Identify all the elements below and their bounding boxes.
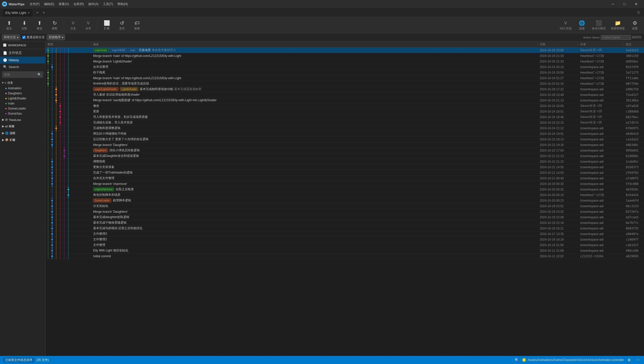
table-row[interactable]: Initial commit2024-10-11 10:02LZ12315 <1… xyxy=(46,253,644,259)
timeline-section-header[interactable]: ▶ ⏱ TimeLine xyxy=(0,117,45,122)
sort-select[interactable]: 层级顺序 ▾ xyxy=(47,34,65,40)
table-row[interactable]: Merge branch 'sau地图搭建' of https://github… xyxy=(46,98,644,103)
fetch-button[interactable]: ↻ 获取 xyxy=(48,18,62,32)
branch-sceneloader[interactable]: ● SceneLoader xyxy=(0,106,45,111)
commit-description: Merge branch 'charmove' xyxy=(93,182,127,186)
sidebar-search-input[interactable] xyxy=(4,73,37,76)
commit-button[interactable]: ⬆ 提交 xyxy=(2,18,16,32)
remote-button[interactable]: 🌐 远端 xyxy=(575,18,589,32)
desc-cell: 分支初始化 xyxy=(91,204,538,208)
author-cell: Sauuu\长安 <25 xyxy=(578,48,624,52)
table-row[interactable]: 导入素材 尝试应用低饱和度shader2024-10-28 15:49lzswo… xyxy=(46,92,644,98)
tab-dropdown-button[interactable]: ▾ xyxy=(41,9,47,16)
table-row[interactable]: 基本完成子物体景随逻辑2024-10-19 22:19lzsworkspace-… xyxy=(46,220,644,226)
stash-button[interactable]: ⬜ 贮藏 xyxy=(100,18,114,32)
table-row[interactable]: Merge branch 'Daughters'2024-10-22 19:16… xyxy=(46,142,644,148)
git-flow-button[interactable]: ⑂ Git工作流 xyxy=(558,18,574,32)
branch-main[interactable]: ● main xyxy=(0,101,45,106)
sidebar-item-history[interactable]: 🕐 History xyxy=(0,57,45,63)
table-row[interactable]: 更新2024-10-24 18:51Sauuu\长安 <25c388d68 xyxy=(46,109,644,114)
table-row[interactable]: 调整拖尾2024-10-22 21:15lzsworkspace-adi2cde… xyxy=(46,159,644,164)
branch-filter-select[interactable]: 所有分支 ▾ xyxy=(2,34,20,40)
table-row[interactable]: Eily With Light 项目初始化2024-10-11 21:08lzs… xyxy=(46,248,644,253)
stash-section-header[interactable]: ▶ 📦 贮藏 xyxy=(0,137,45,143)
table-row[interactable]: 分支初始化2024-10-19 23:51lzsworkspace-adi66c… xyxy=(46,203,644,209)
active-tab[interactable]: Eily With Light ✕ xyxy=(2,9,33,17)
resources-button[interactable]: 📁 资源管理器 xyxy=(609,18,627,32)
table-row[interactable]: Daughters润化小球状态转换逻辑2024-10-22 17:04lzswo… xyxy=(46,148,644,153)
table-row[interactable]: Merge branch 'main' of https://github.co… xyxy=(46,75,644,81)
table-row[interactable]: 修改2024-10-24 20:00Sauuu\长安 <25c8fa828 xyxy=(46,103,644,109)
branch-button[interactable]: ⑂ 分支 xyxy=(66,18,80,32)
add-tab-button[interactable]: + xyxy=(34,9,41,16)
discard-button[interactable]: ↺ 丢弃 xyxy=(115,18,129,32)
menu-file[interactable]: 文件(F) xyxy=(28,2,41,7)
table-row[interactable]: Merge branch 'main' of https://github.co… xyxy=(46,53,644,59)
close-tab-icon[interactable]: ✕ xyxy=(28,11,30,14)
menu-edit[interactable]: 编辑(E) xyxy=(42,2,56,7)
svg-point-127 xyxy=(63,149,65,152)
terminal-button[interactable]: ⬛ 命令行模式 xyxy=(590,18,608,32)
table-row[interactable]: origin/Light&ShaderLight&Shader基本完成抱和度缩放… xyxy=(46,87,644,92)
hash-cell: b2d898c xyxy=(624,154,644,158)
desc-cell: 绑定好小球碰撞粒子特效 xyxy=(91,132,538,136)
author-filter-input[interactable] xyxy=(601,35,631,40)
commit-description: 基本完成子物体景随逻辑 xyxy=(93,221,127,225)
table-row[interactable]: 绑定好小球碰撞粒子特效2024-10-24 19:51lzsworkspace-… xyxy=(46,131,644,137)
remote-section-header[interactable]: ▶ 🌐 远程 xyxy=(0,130,45,136)
tags-button[interactable]: 🏷 标签 xyxy=(130,18,144,32)
table-row[interactable]: Merge branch 'Light&Shader'2024-10-24 21… xyxy=(46,59,644,64)
hamburger-button[interactable]: ☰ xyxy=(635,9,642,16)
branch-scenesau[interactable]: ● SceneSau xyxy=(0,111,45,116)
graph-cell xyxy=(46,198,91,203)
table-row[interactable]: origin/mainorigin/HEADmain完善场景 角色美术素材导入2… xyxy=(46,48,644,53)
table-row[interactable]: Merge branch 'charmove'2024-10-20 00:33l… xyxy=(46,181,644,187)
table-row[interactable]: 导入和更新美术资源，初步完成场景搭建2024-10-24 18:48Sauuu\… xyxy=(46,114,644,120)
table-row[interactable]: 合并后整理2024-10-24 20:10lzsworkspace-adi032… xyxy=(46,64,644,70)
show-remote-checkbox[interactable] xyxy=(22,36,26,39)
branch-daughters[interactable]: ● Daughters xyxy=(0,91,45,96)
table-row[interactable]: 基本完成daughter拾取逻辑2024-10-19 22:08lzsworks… xyxy=(46,215,644,220)
branch-animation[interactable]: ● Animation xyxy=(0,86,45,91)
table-row[interactable]: 文件整理32024-10-17 13:35lzsworkspace-adia98… xyxy=(46,231,644,237)
sidebar-item-file-status[interactable]: 📄 文件状态 xyxy=(0,49,45,57)
table-row[interactable]: SceneLoader梳理脚本逻辑2024-10-20 00:23lzswork… xyxy=(46,198,644,203)
table-row[interactable]: 基本完成鸟群模拟 还需之后性能优化2024-10-19 16:21lzswork… xyxy=(46,226,644,231)
desc-cell: 基本完成子物体景随逻辑 xyxy=(91,221,538,225)
menu-view[interactable]: 查看(V) xyxy=(57,2,71,7)
menu-help[interactable]: 帮助(H) xyxy=(115,2,130,7)
table-row[interactable]: 文件整理2024-10-14 21:56lzsworkspace-adicab1… xyxy=(46,242,644,248)
more-status-icon[interactable]: ⋯ xyxy=(634,357,641,362)
desc-cell: 角色控制脚本和场景 xyxy=(91,193,538,197)
search-status-icon[interactable]: 🔍 xyxy=(513,357,521,362)
table-row[interactable]: 更换分支前准备2024-10-21 14:55lzsworkspace-adi0… xyxy=(46,164,644,170)
menu-repo[interactable]: 仓库(R) xyxy=(71,2,86,7)
menu-tools[interactable]: 工具(T) xyxy=(101,2,115,7)
table-row[interactable]: 完成镜头实验，导入美术资源2024-10-24 22:15Sauuu\长安 <2… xyxy=(46,120,644,125)
menu-action[interactable]: 操作(A) xyxy=(86,2,100,7)
merge-button[interactable]: ⑂ 合并 xyxy=(81,18,95,32)
table-row[interactable]: 忘记切换分支了 更新了小光球的攻击逻辑2024-10-23 19:13lzswo… xyxy=(46,137,644,142)
close-button[interactable]: ✕ xyxy=(630,0,642,8)
minimize-button[interactable]: ─ xyxy=(607,0,619,8)
table-row[interactable]: 文件整理22024-10-16 16:19lzsworkspace-adic14… xyxy=(46,237,644,242)
table-row[interactable]: 角色控制脚本和场景2024-10-20 00:10Heartbea7 <172$… xyxy=(46,192,644,198)
branch-section-header[interactable]: ▾ ⑂ 分支 xyxy=(0,80,45,86)
sidebar-item-search[interactable]: 🔍 Search xyxy=(0,63,45,70)
table-row[interactable]: 完成饱和度调整逻辑2024-10-24 21:12lzsworkspace-ad… xyxy=(46,125,644,131)
table-row[interactable]: 基本完成Daughter攻击和巡游逻辑2024-10-21 21:13lzswo… xyxy=(46,153,644,159)
settings-status-icon[interactable]: ⚙ xyxy=(626,357,632,362)
tags-section-header[interactable]: ▶ 🏷 标签 xyxy=(0,123,45,129)
settings-button[interactable]: ⚙ 设置 xyxy=(628,18,642,32)
table-row[interactable]: origin/charmove拉取之后检查2024-10-20 00:32lzs… xyxy=(46,187,644,192)
table-row[interactable]: 粒子拖尾2024-10-24 20:50Heartbea7 <172$3af12… xyxy=(46,70,644,75)
table-row[interactable]: 合并后文件整理2024-10-21 00:40lzsworkspace-adia… xyxy=(46,176,644,181)
table-row[interactable]: 完成了一些Trailshader的逻辑2024-10-21 14:53lzswo… xyxy=(46,170,644,176)
branch-lightshader[interactable]: ● Light&Shader xyxy=(0,96,45,101)
pull-button[interactable]: ⬇ 拉取 xyxy=(17,18,31,32)
maximize-button[interactable]: □ xyxy=(619,0,630,8)
table-row[interactable]: timeline使用的尝试，需要等场景完成后续2024-10-24 01:10H… xyxy=(46,81,644,87)
push-button[interactable]: ⬆ 推送 xyxy=(32,18,47,32)
table-row[interactable]: Merge branch 'Daughters'2024-10-19 23:32… xyxy=(46,209,644,215)
sort-button[interactable]: 已依照文件状态排序 xyxy=(3,357,34,363)
